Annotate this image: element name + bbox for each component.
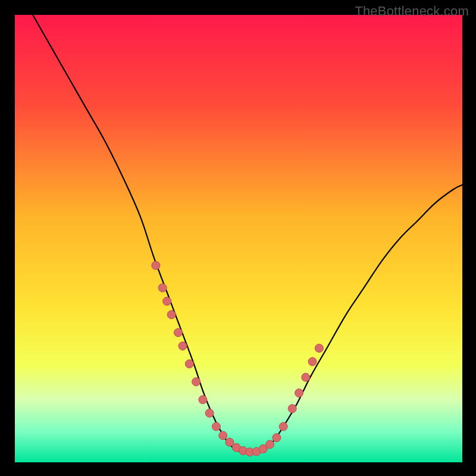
chart-svg [15, 15, 462, 462]
data-marker [205, 409, 214, 417]
gradient-background [15, 15, 462, 462]
data-marker [219, 431, 227, 440]
data-marker [308, 358, 317, 366]
data-marker [167, 311, 176, 319]
data-marker [185, 360, 193, 368]
data-marker [302, 373, 310, 381]
chart-frame: TheBottleneck.com [0, 0, 476, 476]
data-marker [158, 284, 167, 292]
data-marker [266, 440, 274, 449]
data-marker [295, 389, 303, 397]
data-marker [192, 378, 201, 386]
data-marker [178, 342, 187, 350]
data-marker [163, 297, 171, 305]
data-marker [226, 438, 234, 446]
data-marker [212, 422, 220, 431]
data-marker [315, 344, 323, 352]
data-marker [273, 434, 281, 442]
data-marker [288, 405, 296, 413]
watermark-text: TheBottleneck.com [355, 4, 469, 19]
plot-area [15, 15, 462, 462]
data-marker [199, 396, 207, 404]
data-marker [152, 261, 160, 270]
data-marker [279, 422, 287, 431]
data-marker [174, 328, 182, 337]
